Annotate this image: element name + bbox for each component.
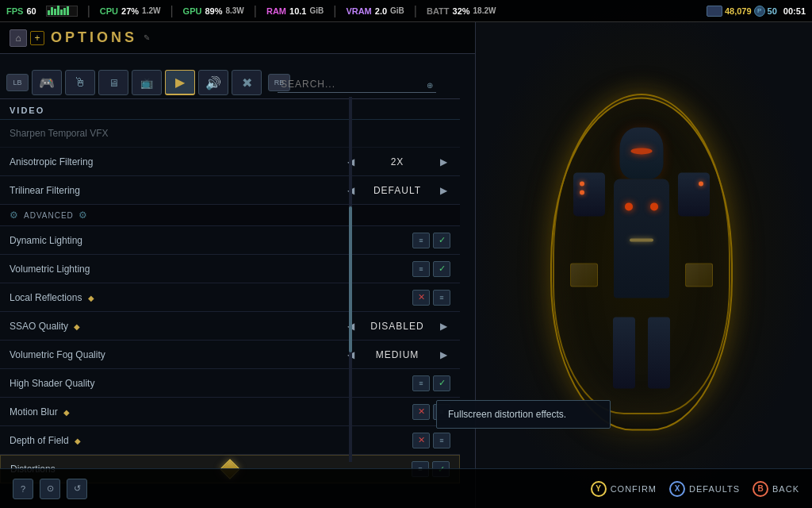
divider-3: | bbox=[254, 4, 257, 18]
setting-high-shader-quality[interactable]: High Shader Quality ≡ ✓ bbox=[0, 369, 460, 398]
fps-stat: FPS 60 bbox=[6, 6, 36, 16]
tab-audio[interactable]: 🔊 bbox=[198, 70, 228, 95]
back-button[interactable]: B BACK bbox=[753, 481, 799, 497]
label-anisotropic: Anisotropic Filtering bbox=[10, 156, 344, 167]
setting-local-reflections[interactable]: Local Reflections ◆ ✕ ≡ bbox=[0, 283, 460, 312]
fps-value: 60 bbox=[26, 6, 36, 16]
advanced-left-icon: ⚙ bbox=[10, 210, 19, 221]
ram-stat: RAM 10.1 GiB bbox=[266, 6, 324, 16]
diamond-dof: ◆ bbox=[75, 437, 81, 445]
defaults-button[interactable]: X DEFAULTS bbox=[669, 481, 740, 497]
vram-unit: GiB bbox=[390, 6, 404, 15]
toggle-dynamic-lighting[interactable]: ≡ ✓ bbox=[412, 233, 450, 248]
divider-1: | bbox=[87, 4, 90, 18]
home-icon[interactable]: ⌂ bbox=[10, 29, 27, 47]
toggle-depth-of-field[interactable]: ✕ ≡ bbox=[412, 433, 450, 448]
advanced-label: ADVANCED bbox=[24, 211, 74, 220]
bars-btn-dynamic[interactable]: ≡ bbox=[412, 233, 430, 248]
value-anisotropic: 2X bbox=[358, 156, 437, 167]
toggle-shader-quality[interactable]: ≡ ✓ bbox=[412, 375, 450, 391]
hud-right: 48,079 P 50 00:51 bbox=[707, 6, 806, 17]
bottom-left-controls: ? ⊙ ↺ bbox=[13, 479, 87, 499]
b-button-icon: B bbox=[753, 481, 768, 497]
y-button-icon: Y bbox=[591, 481, 607, 497]
video-section-header: VIDEO bbox=[0, 102, 460, 120]
setting-motion-blur[interactable]: Motion Blur ◆ ✕ ≡ bbox=[0, 398, 460, 426]
batt-pct: 32% bbox=[453, 6, 470, 16]
search-container[interactable]: ⊕ bbox=[278, 76, 436, 93]
setting-sharpen-temporal-vfx[interactable]: Sharpen Temporal VFX bbox=[0, 119, 460, 148]
x-button-icon: X bbox=[669, 481, 685, 497]
check-btn-dynamic[interactable]: ✓ bbox=[433, 233, 450, 248]
setting-ssao-quality[interactable]: SSAO Quality ◆ ◀ DISABLED ▶ bbox=[0, 312, 460, 341]
arrow-right-ssao[interactable]: ▶ bbox=[437, 321, 450, 332]
defaults-label: DEFAULTS bbox=[689, 484, 740, 494]
tab-gamepad[interactable]: 🎮 bbox=[32, 70, 62, 95]
arrow-right-trilinear[interactable]: ▶ bbox=[437, 185, 450, 196]
bars-btn-local-reflections[interactable]: ≡ bbox=[433, 290, 450, 306]
game-time: 00:51 bbox=[783, 6, 806, 16]
x-btn-local-reflections[interactable]: ✕ bbox=[412, 290, 430, 306]
setting-volumetric-lighting[interactable]: Volumetric Lighting ≡ ✓ bbox=[0, 255, 460, 283]
arrow-right-fog[interactable]: ▶ bbox=[437, 349, 450, 360]
confirm-button[interactable]: Y CONFIRM bbox=[591, 481, 657, 497]
ram-unit: GiB bbox=[309, 6, 324, 15]
bars-btn-volumetric[interactable]: ≡ bbox=[412, 261, 430, 277]
options-title-bar: ⌂ + OPTIONS ✎ bbox=[0, 22, 475, 54]
diamond-local-reflections: ◆ bbox=[88, 294, 94, 302]
label-trilinear: Trilinear Filtering bbox=[10, 185, 344, 196]
scroll-thumb[interactable] bbox=[349, 206, 352, 352]
bars-btn-dof[interactable]: ≡ bbox=[433, 433, 450, 448]
cpu-pct: 27% bbox=[121, 6, 139, 16]
search-input[interactable] bbox=[278, 76, 436, 93]
vram-value: 2.0 bbox=[375, 6, 387, 16]
ls-button[interactable]: ⊙ bbox=[40, 479, 60, 499]
bottom-right-controls: Y CONFIRM X DEFAULTS B BACK bbox=[591, 481, 799, 497]
bars-btn-shader[interactable]: ≡ bbox=[412, 375, 430, 391]
hud-bar: FPS 60 | CPU 27% 1.2W | GPU 89% 8.3W | R… bbox=[0, 0, 812, 22]
ram-label: RAM bbox=[266, 6, 286, 16]
edit-icon: ✎ bbox=[144, 33, 150, 42]
divider-2: | bbox=[170, 4, 173, 18]
tab-video[interactable]: ▶ bbox=[165, 70, 195, 95]
gpu-watts: 8.3W bbox=[225, 6, 243, 15]
value-ssao: DISABLED bbox=[358, 321, 437, 332]
x-btn-motion-blur[interactable]: ✕ bbox=[412, 404, 430, 420]
tooltip-text: Fullscreen distortion effects. bbox=[448, 409, 566, 420]
check-btn-volumetric[interactable]: ✓ bbox=[433, 261, 450, 277]
batt-label: BATT bbox=[427, 6, 450, 16]
platinum-value: 50 bbox=[768, 6, 777, 16]
settings-list[interactable]: Sharpen Temporal VFX Anisotropic Filteri… bbox=[0, 119, 460, 484]
toggle-volumetric-lighting[interactable]: ≡ ✓ bbox=[412, 261, 450, 277]
divider-5: | bbox=[414, 4, 417, 18]
options-add-icon[interactable]: + bbox=[30, 31, 44, 45]
resource-icon bbox=[707, 6, 722, 17]
rt-button[interactable]: ↺ bbox=[67, 479, 87, 499]
divider-4: | bbox=[333, 4, 336, 18]
gpu-stat: GPU 89% 8.3W bbox=[183, 6, 244, 16]
setting-trilinear-filtering[interactable]: Trilinear Filtering ◀ DEFAULT ▶ bbox=[0, 176, 460, 205]
label-ssao: SSAO Quality ◆ bbox=[10, 321, 344, 332]
advanced-section-header: ⚙ ADVANCED ⚙ bbox=[0, 205, 460, 226]
tab-mouse[interactable]: 🖱 bbox=[65, 70, 95, 95]
arrow-right-anisotropic[interactable]: ▶ bbox=[437, 156, 450, 167]
back-label: BACK bbox=[772, 484, 799, 494]
setting-volumetric-fog-quality[interactable]: Volumetric Fog Quality ◀ MEDIUM ▶ bbox=[0, 341, 460, 369]
lb-button[interactable]: LB bbox=[6, 74, 29, 91]
check-btn-shader[interactable]: ✓ bbox=[433, 375, 450, 391]
character-preview bbox=[471, 0, 812, 508]
cpu-stat: CPU 27% 1.2W bbox=[100, 6, 161, 16]
tab-display[interactable]: 🖥 bbox=[98, 70, 128, 95]
toggle-local-reflections[interactable]: ✕ ≡ bbox=[412, 290, 450, 306]
confirm-label: CONFIRM bbox=[611, 484, 657, 494]
tab-hud[interactable]: 📺 bbox=[132, 70, 162, 95]
options-panel: ⌂ + OPTIONS ✎ LB 🎮 🖱 🖥 📺 ▶ 🔊 ✖ RB VIDEO … bbox=[0, 22, 476, 508]
x-btn-dof[interactable]: ✕ bbox=[412, 433, 430, 448]
setting-depth-of-field[interactable]: Depth of Field ◆ ✕ ≡ bbox=[0, 426, 460, 455]
fps-label: FPS bbox=[6, 6, 23, 16]
tab-accessibility[interactable]: ✖ bbox=[232, 70, 262, 95]
setting-anisotropic-filtering[interactable]: Anisotropic Filtering ◀ 2X ▶ bbox=[0, 148, 460, 176]
gpu-label: GPU bbox=[183, 6, 202, 16]
lt-button[interactable]: ? bbox=[13, 479, 33, 499]
setting-dynamic-lighting[interactable]: Dynamic Lighting ≡ ✓ bbox=[0, 226, 460, 255]
